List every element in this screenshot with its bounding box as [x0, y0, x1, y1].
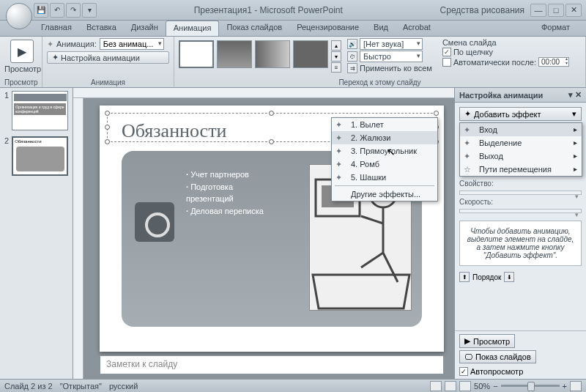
autopreview-checkbox[interactable]: ✓ — [459, 367, 468, 376]
normal-view-icon[interactable] — [430, 381, 442, 391]
auto-after-time[interactable]: 00:00 — [538, 57, 569, 67]
effect-diamond[interactable]: ✦4. Ромб — [332, 158, 437, 171]
auto-after-label: Автоматически после: — [453, 58, 536, 67]
tab-view[interactable]: Вид — [366, 21, 396, 36]
speed-combo[interactable] — [459, 209, 582, 213]
taskpane-dropdown-icon[interactable]: ▾ — [568, 90, 573, 100]
apply-all-button[interactable]: Применить ко всем — [360, 64, 432, 73]
tab-home[interactable]: Главная — [34, 21, 79, 36]
animation-combo[interactable]: Без анимац... — [100, 38, 165, 50]
effect-emphasis[interactable]: ✦Выделение — [460, 136, 582, 149]
fit-window-icon[interactable] — [570, 381, 582, 391]
effect-entry[interactable]: ✦Вход — [460, 123, 582, 136]
transition-none[interactable] — [179, 40, 214, 68]
gear-star-icon: ✦ — [52, 53, 59, 62]
office-button[interactable] — [6, 3, 32, 29]
custom-animation-button[interactable]: ✦ Настройка анимации — [47, 51, 169, 64]
star-icon: ✦ — [335, 160, 342, 169]
sound-combo[interactable]: [Нет звука] — [360, 38, 423, 50]
screen-icon: 🖵 — [464, 352, 472, 361]
bullet-item: Учет партнеров — [186, 169, 281, 181]
property-combo[interactable] — [459, 191, 582, 195]
transition-item[interactable] — [255, 40, 290, 68]
zoom-in-icon[interactable]: + — [563, 382, 567, 391]
gallery-up-icon[interactable]: ▴ — [331, 40, 341, 51]
effect-exit[interactable]: ✦Выход — [460, 149, 582, 163]
slide-thumbnail-1[interactable]: Организация и труд в сфере конференций — [12, 91, 68, 130]
tab-design[interactable]: Дизайн — [124, 21, 166, 36]
auto-after-checkbox[interactable] — [442, 58, 451, 67]
minimize-icon[interactable]: — — [530, 4, 546, 17]
ruler-vertical — [73, 98, 84, 379]
thumb-number: 2 — [4, 136, 9, 176]
star-icon: ✦ — [464, 125, 470, 135]
redo-icon[interactable]: ↷ — [66, 3, 81, 18]
tab-review[interactable]: Рецензирование — [289, 21, 366, 36]
play-button[interactable]: ▶Просмотр — [459, 334, 515, 348]
reorder-up-icon[interactable]: ⬆ — [459, 272, 470, 282]
sound-icon: 🔊 — [347, 39, 357, 49]
zoom-slider[interactable] — [501, 385, 560, 387]
slide-thumbnails-pane: 1 Организация и труд в сфере конференций… — [0, 88, 73, 379]
quick-access-toolbar: 💾 ↶ ↷ ▾ — [34, 3, 97, 18]
group-animation-label: Анимация — [47, 78, 169, 86]
slide-editor[interactable]: Обязанности Учет партнеров Подготовка пр… — [73, 88, 454, 379]
star-icon: ☆ — [464, 165, 471, 174]
star-icon: ✦ — [335, 147, 342, 156]
tab-slideshow[interactable]: Показ слайдов — [219, 21, 289, 36]
effect-fly-in[interactable]: ✦1. Вылет — [332, 118, 437, 131]
notes-pane[interactable]: Заметки к слайду — [100, 355, 444, 374]
thumb-number: 1 — [4, 91, 9, 130]
theme-name: "Открытая" — [60, 382, 102, 391]
more-effects[interactable]: Другие эффекты... — [332, 188, 437, 201]
effect-checkerboard[interactable]: ✦5. Шашки — [332, 171, 437, 184]
tab-format[interactable]: Формат — [534, 21, 577, 36]
bullet-item: Подготовка презентаций — [186, 181, 281, 205]
undo-icon[interactable]: ↶ — [50, 3, 64, 18]
slideshow-button[interactable]: 🖵Показ слайдов — [459, 350, 536, 363]
save-icon[interactable]: 💾 — [34, 3, 48, 18]
transition-item[interactable] — [293, 40, 328, 68]
zoom-level[interactable]: 50% — [474, 382, 490, 391]
transition-item[interactable] — [217, 40, 252, 68]
group-preview-label: Просмотр — [4, 78, 37, 86]
reorder-down-icon[interactable]: ⬇ — [504, 272, 514, 282]
star-icon: ✦ — [464, 109, 471, 119]
language-indicator[interactable]: русский — [109, 382, 138, 391]
ruler-horizontal — [73, 88, 454, 98]
add-effect-button[interactable]: ✦Добавить эффект ▾ — [459, 107, 582, 121]
star-icon: ✦ — [335, 120, 342, 130]
sorter-view-icon[interactable] — [445, 381, 456, 391]
tab-animation[interactable]: Анимация — [166, 21, 220, 36]
effect-motion-path[interactable]: ☆Пути перемещения — [460, 163, 582, 176]
play-icon: ▶ — [464, 336, 470, 346]
qat-dropdown-icon[interactable]: ▾ — [82, 3, 97, 18]
taskpane-close-icon[interactable]: ✕ — [575, 90, 582, 100]
slide-thumbnail-2[interactable]: Обязанности — [12, 136, 68, 176]
preview-button[interactable]: ▶ Просмотр — [4, 38, 40, 73]
preview-label: Просмотр — [4, 64, 40, 73]
star-icon: ✦ — [335, 173, 342, 182]
slide-title-text[interactable]: Обязанности — [122, 120, 226, 142]
on-click-checkbox[interactable]: ✓ — [442, 48, 451, 56]
zoom-out-icon[interactable]: − — [493, 382, 497, 391]
animation-label: Анимация: — [56, 40, 97, 48]
speed-icon: ⏱ — [347, 51, 357, 62]
animation-task-pane: Настройка анимации ▾✕ ✦Добавить эффект ▾… — [454, 88, 586, 379]
ribbon-tabs: Главная Вставка Дизайн Анимация Показ сл… — [0, 21, 586, 37]
close-icon[interactable]: ✕ — [565, 4, 582, 17]
slideshow-view-icon[interactable] — [459, 381, 471, 391]
slideshow-label: Показ слайдов — [475, 352, 531, 361]
effect-blinds[interactable]: ✦2. Жалюзи — [332, 131, 437, 144]
property-label: Свойство: — [459, 180, 582, 188]
speed-combo[interactable]: Быстро — [360, 51, 423, 62]
bullet-list: Учет партнеров Подготовка презентаций Де… — [186, 169, 281, 217]
restore-icon[interactable]: □ — [548, 4, 564, 17]
gallery-more-icon[interactable]: ≡ — [331, 62, 341, 73]
tab-insert[interactable]: Вставка — [79, 21, 124, 36]
preview-icon: ▶ — [10, 40, 34, 63]
effect-box[interactable]: ✦3. Прямоугольник — [332, 144, 437, 158]
gallery-down-icon[interactable]: ▾ — [331, 51, 341, 62]
tab-acrobat[interactable]: Acrobat — [396, 21, 438, 36]
transition-gallery[interactable]: ▴▾≡ — [179, 38, 341, 75]
